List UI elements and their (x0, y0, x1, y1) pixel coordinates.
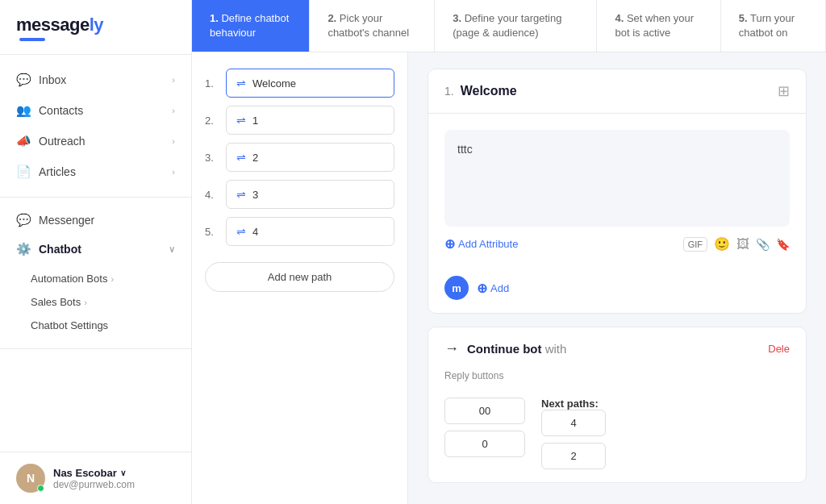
path-input-00[interactable] (444, 398, 525, 424)
next-path-val-2: 2 (541, 443, 606, 469)
delete-button[interactable]: Dele (768, 343, 790, 355)
path-item-2: 2. ⇌ 1 (205, 106, 394, 135)
step-3[interactable]: 3. Define your targeting (page & audienc… (435, 0, 597, 52)
arrow-right-icon: → (444, 340, 459, 357)
user-input-area: m ⊕ Add (428, 268, 806, 313)
user-email: dev@purrweb.com (53, 479, 175, 490)
path-item-3: 3. ⇌ 2 (205, 143, 394, 172)
sidebar-item-chatbot-settings[interactable]: Chatbot Settings (0, 314, 191, 337)
next-paths-label: Next paths: (541, 398, 606, 410)
continue-bot-card: → Continue bot with Dele Reply buttons (428, 327, 807, 483)
chevron-right-icon: › (84, 298, 87, 307)
welcome-header: 1. Welcome ⊞ (428, 69, 806, 114)
path-icon: ⇌ (236, 77, 246, 90)
step-5[interactable]: 5. Turn your chatbot on (721, 0, 826, 52)
add-path-button[interactable]: Add new path (205, 262, 394, 292)
section-step-num: 1. (444, 85, 454, 98)
continue-header: → Continue bot with Dele (428, 327, 806, 370)
bottom-nav: 💬 Messenger ⚙️ Chatbot ∨ Automation Bots… (0, 198, 191, 349)
articles-icon: 📄 (16, 165, 31, 179)
message-tools: ⊕ Add Attribute GIF 🙂 🖼 📎 🔖 (444, 236, 790, 252)
image-button[interactable]: 🖼 (736, 237, 749, 252)
sidebar-item-label: Contacts (39, 104, 83, 117)
chevron-down-icon: ∨ (169, 244, 175, 255)
user-avatar-small: m (444, 276, 469, 300)
sales-bots-label: Sales Bots (31, 296, 81, 308)
path-num: 1. (205, 77, 219, 90)
sidebar-item-inbox[interactable]: 💬 Inbox › (0, 65, 191, 95)
path-label: 3 (252, 189, 258, 201)
path-box-welcome[interactable]: ⇌ Welcome (226, 69, 394, 98)
path-num: 4. (205, 189, 219, 201)
path-icon: ⇌ (236, 225, 246, 238)
chevron-right-icon: › (172, 136, 175, 146)
emoji-button[interactable]: 🙂 (714, 236, 730, 252)
chatbot-settings-label: Chatbot Settings (31, 319, 108, 331)
path-box-4[interactable]: ⇌ 4 (226, 217, 394, 246)
step-1[interactable]: 1. Define chatbot behaviour (192, 0, 310, 52)
section-options-icon[interactable]: ⊞ (778, 82, 790, 100)
paths-panel: 1. ⇌ Welcome 2. ⇌ 1 3. ⇌ 2 (192, 52, 408, 504)
path-item-5: 5. ⇌ 4 (205, 217, 394, 246)
plus-icon: ⊕ (477, 281, 487, 296)
sidebar-item-label: Chatbot (39, 243, 81, 256)
chatbot-submenu: Automation Bots › Sales Bots › Chatbot S… (0, 264, 191, 340)
sidebar-item-sales-bots[interactable]: Sales Bots › (0, 290, 191, 314)
sidebar-item-label: Articles (39, 165, 76, 178)
content-area: 1. ⇌ Welcome 2. ⇌ 1 3. ⇌ 2 (192, 52, 826, 504)
path-icon: ⇌ (236, 188, 246, 201)
attachment-button[interactable]: 📎 (756, 238, 770, 251)
path-item-4: 4. ⇌ 3 (205, 180, 394, 209)
continue-title: Continue bot with (467, 342, 566, 356)
sidebar-item-chatbot[interactable]: ⚙️ Chatbot ∨ (0, 235, 191, 264)
outreach-icon: 📣 (16, 134, 31, 148)
path-input-0[interactable] (444, 431, 525, 457)
online-indicator (37, 485, 44, 492)
user-name: Nas Escobar ∨ (53, 467, 175, 479)
sidebar-item-contacts[interactable]: 👥 Contacts › (0, 95, 191, 126)
next-paths-area: Next paths: 4 2 (428, 389, 806, 482)
path-box-1[interactable]: ⇌ 1 (226, 106, 394, 135)
path-label: 4 (252, 226, 258, 238)
chevron-right-icon: › (172, 167, 175, 177)
sidebar-item-messenger[interactable]: 💬 Messenger (0, 206, 191, 235)
inbox-icon: 💬 (16, 73, 31, 87)
path-label: Welcome (252, 77, 296, 90)
main-nav: 💬 Inbox › 👥 Contacts › 📣 Outreach › 📄 Ar… (0, 55, 191, 198)
sidebar-item-articles[interactable]: 📄 Articles › (0, 156, 191, 187)
plus-icon: ⊕ (444, 236, 455, 252)
sidebar-item-label: Messenger (39, 214, 94, 227)
avatar-wrap: N (16, 464, 45, 493)
automation-bots-label: Automation Bots (31, 273, 107, 285)
path-item-1: 1. ⇌ Welcome (205, 69, 394, 98)
path-label: 1 (252, 115, 258, 127)
sidebar-item-label: Inbox (39, 73, 66, 86)
gif-button[interactable]: GIF (683, 237, 707, 252)
sidebar-item-outreach[interactable]: 📣 Outreach › (0, 126, 191, 156)
message-area: tttc ⊕ Add Attribute GIF 🙂 🖼 📎 🔖 (428, 114, 806, 268)
user-profile[interactable]: N Nas Escobar ∨ dev@purrweb.com (0, 452, 191, 504)
continue-left: → Continue bot with (444, 340, 566, 357)
chatbot-icon: ⚙️ (16, 242, 31, 256)
path-num: 3. (205, 152, 219, 164)
next-path-values: 4 2 (541, 410, 606, 469)
chevron-down-icon: ∨ (120, 469, 126, 477)
contacts-icon: 👥 (16, 103, 31, 118)
step-2[interactable]: 2. Pick your chatbot's channel (310, 0, 435, 52)
path-num: 2. (205, 115, 219, 127)
bookmark-button[interactable]: 🔖 (776, 238, 790, 251)
add-input-button[interactable]: ⊕ Add (477, 281, 509, 296)
message-text: tttc (457, 143, 777, 156)
add-attribute-button[interactable]: ⊕ Add Attribute (444, 236, 518, 252)
path-box-2[interactable]: ⇌ 2 (226, 143, 394, 172)
section-title: Welcome (461, 84, 517, 98)
chevron-right-icon: › (172, 106, 175, 115)
next-path-val-4: 4 (541, 410, 606, 436)
sidebar-item-automation-bots[interactable]: Automation Bots › (0, 267, 191, 290)
next-paths-group: Next paths: 4 2 (541, 398, 606, 469)
logo-area: messagely (0, 0, 191, 55)
steps-bar: 1. Define chatbot behaviour 2. Pick your… (192, 0, 826, 52)
path-box-3[interactable]: ⇌ 3 (226, 180, 394, 209)
step-4[interactable]: 4. Set when your bot is active (597, 0, 720, 52)
welcome-card: 1. Welcome ⊞ tttc ⊕ Add Attribute (428, 69, 807, 314)
